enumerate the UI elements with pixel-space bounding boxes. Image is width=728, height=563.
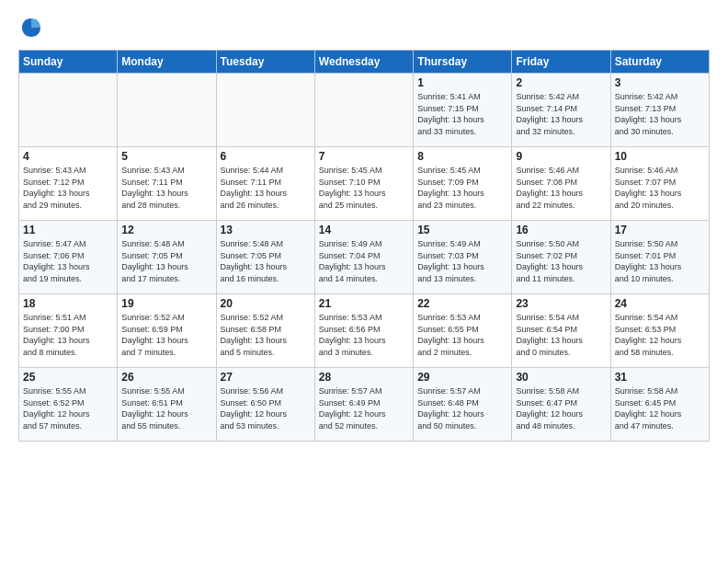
calendar-cell — [19, 74, 118, 147]
day-info: Sunrise: 5:53 AM Sunset: 6:55 PM Dayligh… — [417, 312, 507, 358]
day-number: 25 — [23, 371, 113, 384]
day-info: Sunrise: 5:48 AM Sunset: 7:05 PM Dayligh… — [221, 238, 311, 284]
calendar-cell: 4Sunrise: 5:43 AM Sunset: 7:12 PM Daylig… — [19, 147, 118, 221]
day-number: 5 — [121, 150, 211, 163]
page: SundayMondayTuesdayWednesdayThursdayFrid… — [0, 0, 728, 563]
calendar-cell: 23Sunrise: 5:54 AM Sunset: 6:54 PM Dayli… — [512, 294, 610, 368]
day-info: Sunrise: 5:54 AM Sunset: 6:54 PM Dayligh… — [516, 312, 606, 358]
calendar-cell: 9Sunrise: 5:46 AM Sunset: 7:08 PM Daylig… — [512, 147, 610, 221]
day-number: 11 — [23, 224, 113, 236]
calendar-cell: 13Sunrise: 5:48 AM Sunset: 7:05 PM Dayli… — [216, 221, 314, 294]
day-number: 30 — [516, 371, 606, 384]
calendar-cell: 22Sunrise: 5:53 AM Sunset: 6:55 PM Dayli… — [414, 294, 512, 368]
day-info: Sunrise: 5:54 AM Sunset: 6:53 PM Dayligh… — [615, 312, 705, 358]
calendar-week-4: 18Sunrise: 5:51 AM Sunset: 7:00 PM Dayli… — [19, 294, 710, 368]
calendar-cell: 1Sunrise: 5:41 AM Sunset: 7:15 PM Daylig… — [414, 74, 512, 147]
day-info: Sunrise: 5:42 AM Sunset: 7:14 PM Dayligh… — [516, 91, 606, 137]
calendar-cell: 18Sunrise: 5:51 AM Sunset: 7:00 PM Dayli… — [19, 294, 118, 368]
calendar-cell: 17Sunrise: 5:50 AM Sunset: 7:01 PM Dayli… — [610, 221, 709, 294]
calendar-cell: 5Sunrise: 5:43 AM Sunset: 7:11 PM Daylig… — [118, 147, 216, 221]
day-info: Sunrise: 5:48 AM Sunset: 7:05 PM Dayligh… — [121, 238, 211, 284]
day-number: 4 — [23, 150, 113, 163]
day-info: Sunrise: 5:47 AM Sunset: 7:06 PM Dayligh… — [23, 238, 113, 284]
day-info: Sunrise: 5:43 AM Sunset: 7:12 PM Dayligh… — [23, 165, 113, 211]
day-info: Sunrise: 5:58 AM Sunset: 6:47 PM Dayligh… — [516, 385, 606, 431]
day-number: 24 — [615, 297, 705, 310]
logo — [18, 15, 48, 40]
calendar-week-2: 4Sunrise: 5:43 AM Sunset: 7:12 PM Daylig… — [19, 147, 710, 221]
day-number: 20 — [221, 297, 311, 310]
calendar-cell: 31Sunrise: 5:58 AM Sunset: 6:45 PM Dayli… — [610, 368, 709, 442]
day-number: 23 — [516, 297, 606, 310]
day-info: Sunrise: 5:57 AM Sunset: 6:48 PM Dayligh… — [417, 385, 507, 431]
calendar-header-wednesday: Wednesday — [314, 51, 413, 74]
day-info: Sunrise: 5:55 AM Sunset: 6:51 PM Dayligh… — [121, 385, 211, 431]
calendar-cell: 10Sunrise: 5:46 AM Sunset: 7:07 PM Dayli… — [610, 147, 709, 221]
calendar-cell: 27Sunrise: 5:56 AM Sunset: 6:50 PM Dayli… — [216, 368, 314, 442]
calendar-cell: 28Sunrise: 5:57 AM Sunset: 6:49 PM Dayli… — [314, 368, 413, 442]
calendar-cell: 7Sunrise: 5:45 AM Sunset: 7:10 PM Daylig… — [314, 147, 413, 221]
day-number: 2 — [516, 76, 606, 89]
calendar-cell: 24Sunrise: 5:54 AM Sunset: 6:53 PM Dayli… — [610, 294, 709, 368]
logo-icon — [18, 15, 44, 40]
day-info: Sunrise: 5:50 AM Sunset: 7:02 PM Dayligh… — [516, 238, 606, 284]
calendar-cell: 19Sunrise: 5:52 AM Sunset: 6:59 PM Dayli… — [118, 294, 216, 368]
day-number: 14 — [319, 224, 409, 236]
calendar-header-row: SundayMondayTuesdayWednesdayThursdayFrid… — [19, 51, 710, 74]
day-number: 9 — [516, 150, 606, 163]
day-number: 21 — [319, 297, 409, 310]
day-number: 17 — [615, 224, 705, 236]
day-number: 27 — [221, 371, 311, 384]
day-number: 15 — [417, 224, 507, 236]
calendar-cell: 21Sunrise: 5:53 AM Sunset: 6:56 PM Dayli… — [314, 294, 413, 368]
day-number: 10 — [615, 150, 705, 163]
calendar-cell: 8Sunrise: 5:45 AM Sunset: 7:09 PM Daylig… — [414, 147, 512, 221]
calendar-header-tuesday: Tuesday — [216, 51, 314, 74]
calendar-cell: 30Sunrise: 5:58 AM Sunset: 6:47 PM Dayli… — [512, 368, 610, 442]
day-info: Sunrise: 5:41 AM Sunset: 7:15 PM Dayligh… — [417, 91, 507, 137]
calendar-week-3: 11Sunrise: 5:47 AM Sunset: 7:06 PM Dayli… — [19, 221, 710, 294]
calendar-cell — [118, 74, 216, 147]
day-info: Sunrise: 5:46 AM Sunset: 7:07 PM Dayligh… — [615, 165, 705, 211]
day-number: 22 — [417, 297, 507, 310]
calendar-cell: 25Sunrise: 5:55 AM Sunset: 6:52 PM Dayli… — [19, 368, 118, 442]
day-info: Sunrise: 5:46 AM Sunset: 7:08 PM Dayligh… — [516, 165, 606, 211]
day-info: Sunrise: 5:49 AM Sunset: 7:04 PM Dayligh… — [319, 238, 409, 284]
day-number: 16 — [516, 224, 606, 236]
day-info: Sunrise: 5:51 AM Sunset: 7:00 PM Dayligh… — [23, 312, 113, 358]
day-info: Sunrise: 5:57 AM Sunset: 6:49 PM Dayligh… — [319, 385, 409, 431]
calendar-cell — [216, 74, 314, 147]
day-number: 19 — [121, 297, 211, 310]
header — [18, 15, 710, 40]
day-info: Sunrise: 5:58 AM Sunset: 6:45 PM Dayligh… — [615, 385, 705, 431]
calendar-header-monday: Monday — [118, 51, 216, 74]
day-info: Sunrise: 5:55 AM Sunset: 6:52 PM Dayligh… — [23, 385, 113, 431]
day-info: Sunrise: 5:49 AM Sunset: 7:03 PM Dayligh… — [417, 238, 507, 284]
day-number: 1 — [417, 76, 507, 89]
calendar-cell: 2Sunrise: 5:42 AM Sunset: 7:14 PM Daylig… — [512, 74, 610, 147]
day-info: Sunrise: 5:42 AM Sunset: 7:13 PM Dayligh… — [615, 91, 705, 137]
calendar-header-sunday: Sunday — [19, 51, 118, 74]
calendar-cell: 11Sunrise: 5:47 AM Sunset: 7:06 PM Dayli… — [19, 221, 118, 294]
day-info: Sunrise: 5:50 AM Sunset: 7:01 PM Dayligh… — [615, 238, 705, 284]
calendar-header-friday: Friday — [512, 51, 610, 74]
day-number: 28 — [319, 371, 409, 384]
day-number: 12 — [121, 224, 211, 236]
calendar-cell: 14Sunrise: 5:49 AM Sunset: 7:04 PM Dayli… — [314, 221, 413, 294]
day-number: 8 — [417, 150, 507, 163]
day-info: Sunrise: 5:45 AM Sunset: 7:10 PM Dayligh… — [319, 165, 409, 211]
calendar-cell — [314, 74, 413, 147]
day-info: Sunrise: 5:43 AM Sunset: 7:11 PM Dayligh… — [121, 165, 211, 211]
day-number: 3 — [615, 76, 705, 89]
day-info: Sunrise: 5:52 AM Sunset: 6:58 PM Dayligh… — [221, 312, 311, 358]
day-number: 13 — [221, 224, 311, 236]
calendar-header-thursday: Thursday — [414, 51, 512, 74]
calendar-table: SundayMondayTuesdayWednesdayThursdayFrid… — [18, 50, 710, 442]
calendar-cell: 26Sunrise: 5:55 AM Sunset: 6:51 PM Dayli… — [118, 368, 216, 442]
day-number: 29 — [417, 371, 507, 384]
calendar-cell: 3Sunrise: 5:42 AM Sunset: 7:13 PM Daylig… — [610, 74, 709, 147]
day-number: 18 — [23, 297, 113, 310]
day-info: Sunrise: 5:45 AM Sunset: 7:09 PM Dayligh… — [417, 165, 507, 211]
day-info: Sunrise: 5:56 AM Sunset: 6:50 PM Dayligh… — [221, 385, 311, 431]
day-info: Sunrise: 5:53 AM Sunset: 6:56 PM Dayligh… — [319, 312, 409, 358]
